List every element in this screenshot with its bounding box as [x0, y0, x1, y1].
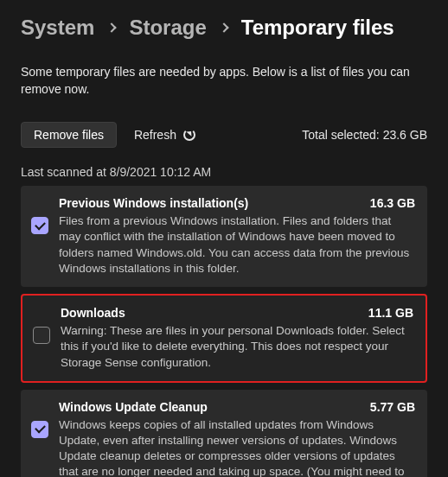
list-item[interactable]: Downloads11.1 GBWarning: These are files… [21, 294, 427, 383]
item-title: Windows Update Cleanup [59, 400, 208, 414]
refresh-icon [183, 129, 195, 141]
item-size: 11.1 GB [368, 306, 413, 320]
chevron-right-icon [219, 22, 228, 32]
breadcrumb-storage[interactable]: Storage [129, 16, 206, 40]
list-item[interactable]: Previous Windows installation(s)16.3 GBF… [21, 186, 427, 287]
last-scanned-text: Last scanned at 8/9/2021 10:12 AM [21, 165, 427, 179]
breadcrumb: System Storage Temporary files [21, 16, 427, 40]
actions-row: Remove files Refresh Total selected: 23.… [21, 122, 427, 148]
list-item[interactable]: Windows Update Cleanup5.77 GBWindows kee… [21, 390, 427, 477]
item-size: 5.77 GB [370, 400, 415, 414]
item-title: Downloads [61, 306, 125, 320]
breadcrumb-system[interactable]: System [21, 16, 94, 40]
chevron-right-icon [107, 22, 117, 32]
remove-files-button[interactable]: Remove files [21, 122, 117, 148]
checkbox[interactable] [33, 327, 50, 344]
intro-text: Some temporary files are needed by apps.… [21, 64, 427, 98]
item-body: Downloads11.1 GBWarning: These are files… [61, 306, 413, 371]
checkbox[interactable] [31, 217, 48, 234]
item-description: Windows keeps copies of all installed up… [59, 417, 415, 477]
file-list: Previous Windows installation(s)16.3 GBF… [21, 186, 427, 477]
total-selected: Total selected: 23.6 GB [302, 128, 427, 142]
checkbox[interactable] [31, 421, 48, 438]
item-size: 16.3 GB [370, 196, 415, 210]
breadcrumb-temporary-files: Temporary files [241, 16, 394, 40]
item-description: Warning: These are files in your persona… [61, 323, 413, 371]
refresh-button[interactable]: Refresh [134, 128, 195, 142]
item-body: Windows Update Cleanup5.77 GBWindows kee… [59, 400, 415, 477]
item-body: Previous Windows installation(s)16.3 GBF… [59, 196, 415, 277]
item-description: Files from a previous Windows installati… [59, 213, 415, 277]
refresh-label: Refresh [134, 128, 176, 142]
item-title: Previous Windows installation(s) [59, 196, 248, 210]
